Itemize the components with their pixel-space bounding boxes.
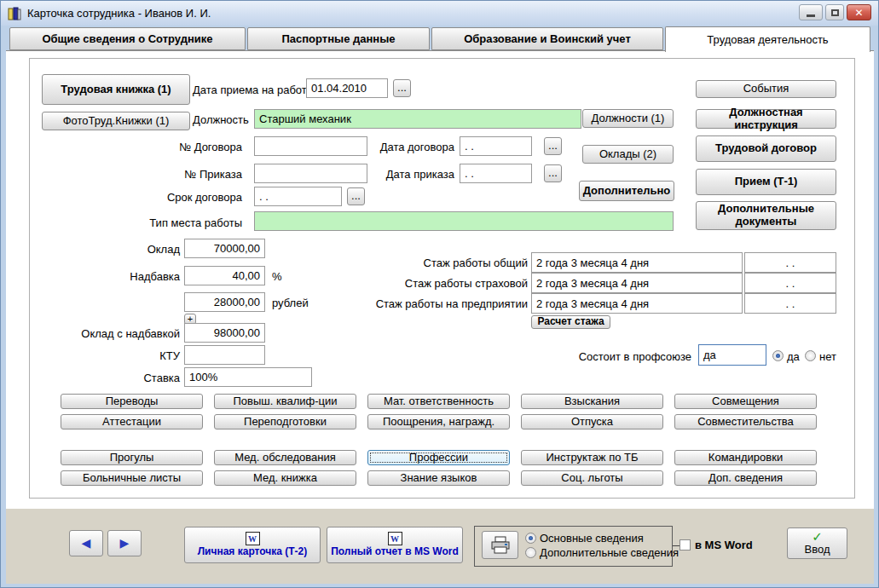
medical-examinations-button[interactable]: Мед. обследования bbox=[214, 450, 356, 465]
close-button[interactable]: ✕ bbox=[847, 4, 871, 20]
experience-company-field[interactable]: 2 года 3 месяца 4 дня bbox=[531, 293, 743, 314]
hire-date-field[interactable]: 01.04.2010 bbox=[306, 78, 388, 98]
to-ms-word-label: в MS Word bbox=[695, 539, 753, 551]
business-trips-button[interactable]: Командировки bbox=[674, 450, 817, 465]
rate-label: Ставка bbox=[52, 372, 180, 384]
retraining-button[interactable]: Переподготовки bbox=[214, 414, 356, 429]
maximize-button[interactable] bbox=[825, 4, 844, 20]
contract-date-browse-button[interactable]: ... bbox=[544, 137, 562, 155]
tab-labor-activity[interactable]: Трудовая деятельность bbox=[665, 26, 870, 52]
salary-label: Оклад bbox=[52, 243, 180, 256]
workplace-type-field[interactable] bbox=[254, 211, 674, 231]
union-yes-radio[interactable] bbox=[772, 350, 784, 361]
order-date-browse-button[interactable]: ... bbox=[544, 164, 562, 182]
salaries-list-button[interactable]: Оклады (2) bbox=[582, 145, 674, 164]
salary-with-bonus-field[interactable]: 98000,00 bbox=[184, 323, 265, 343]
check-icon: ✓ bbox=[812, 531, 823, 543]
word-doc-icon: W bbox=[388, 532, 402, 545]
ktu-label: КТУ bbox=[52, 349, 180, 362]
absences-button[interactable]: Прогулы bbox=[61, 450, 203, 465]
combined-posts-button[interactable]: Совмещения bbox=[674, 394, 817, 409]
tab-passport-data[interactable]: Паспортные данные bbox=[247, 27, 430, 50]
bonus-label: Надбавка bbox=[52, 270, 180, 283]
photo-work-book-button[interactable]: ФотоТруд.Книжки (1) bbox=[42, 112, 190, 130]
order-no-label: № Приказа bbox=[140, 168, 242, 181]
tab-education-military[interactable]: Образование и Воинский учет bbox=[431, 27, 663, 50]
experience-company-date-field[interactable]: . . bbox=[744, 293, 836, 314]
contract-date-field[interactable]: . . bbox=[460, 136, 532, 156]
secondary-jobs-button[interactable]: Совместительства bbox=[674, 414, 817, 429]
safety-briefing-button[interactable]: Инструктаж по ТБ bbox=[521, 450, 663, 465]
labor-activity-page: Трудовая книжка (1) ФотоТруд.Книжки (1) … bbox=[6, 50, 874, 509]
penalties-button[interactable]: Взыскания bbox=[521, 394, 663, 409]
minimize-icon bbox=[807, 14, 815, 17]
next-record-button[interactable]: ▶ bbox=[107, 530, 142, 556]
professions-button[interactable]: Профессии bbox=[367, 450, 510, 465]
position-field[interactable]: Старший механик bbox=[254, 109, 581, 129]
material-responsibility-button[interactable]: Мат. ответственность bbox=[367, 394, 510, 409]
experience-insured-date-field[interactable]: . . bbox=[744, 273, 836, 293]
printer-icon bbox=[490, 536, 511, 555]
contract-term-browse-button[interactable]: ... bbox=[347, 187, 365, 205]
salary-field[interactable]: 70000,00 bbox=[184, 239, 265, 258]
language-skills-button[interactable]: Знание языков bbox=[367, 470, 510, 486]
rate-field[interactable]: 100% bbox=[184, 367, 312, 387]
events-button[interactable]: События bbox=[696, 80, 836, 98]
experience-total-field[interactable]: 2 года 3 месяца 4 дня bbox=[531, 252, 743, 273]
experience-calc-button[interactable]: Расчет стажа bbox=[531, 315, 610, 329]
personal-card-t2-label: Личная карточка (Т-2) bbox=[198, 546, 308, 557]
awards-button[interactable]: Поощрения, награжд. bbox=[367, 414, 510, 429]
vacations-button[interactable]: Отпуска bbox=[521, 414, 663, 429]
union-no-radio[interactable] bbox=[805, 350, 816, 361]
print-button[interactable] bbox=[482, 531, 518, 559]
union-no-label: нет bbox=[819, 350, 836, 363]
main-info-radio[interactable] bbox=[525, 533, 536, 544]
tab-general-info[interactable]: Общие сведения о Сотруднике bbox=[9, 27, 246, 50]
full-report-word-label: Полный отчет в MS Word bbox=[331, 546, 459, 557]
transfers-button[interactable]: Переводы bbox=[61, 394, 203, 409]
union-yes-label: да bbox=[787, 350, 800, 363]
contract-date-label: Дата договора bbox=[369, 141, 454, 153]
job-description-button[interactable]: Должностная инструкция bbox=[696, 109, 836, 129]
workplace-type-label: Тип места работы bbox=[140, 216, 242, 229]
union-field[interactable]: да bbox=[698, 344, 766, 366]
positions-list-button[interactable]: Должности (1) bbox=[582, 109, 674, 128]
additional-documents-button[interactable]: Дополнительные документы bbox=[696, 201, 836, 230]
qualification-upgrade-button[interactable]: Повыш. квалиф-ции bbox=[214, 394, 356, 409]
bonus-rub-suffix: рублей bbox=[272, 297, 309, 309]
labor-contract-button[interactable]: Трудовой договор bbox=[696, 135, 836, 162]
personal-card-t2-button[interactable]: W Личная карточка (Т-2) bbox=[184, 527, 321, 563]
hire-date-label: Дата приема на работу bbox=[193, 84, 312, 96]
contract-term-field[interactable]: . . bbox=[254, 187, 342, 206]
to-ms-word-checkbox[interactable] bbox=[679, 539, 691, 551]
bonus-rub-field[interactable]: 28000,00 bbox=[184, 292, 265, 312]
arrow-left-icon: ◀ bbox=[82, 537, 91, 551]
work-book-button[interactable]: Трудовая книжка (1) bbox=[42, 74, 190, 105]
order-no-field[interactable] bbox=[254, 164, 367, 183]
experience-insured-label: Стаж работы страховой bbox=[374, 277, 528, 290]
hire-date-browse-button[interactable]: ... bbox=[393, 79, 411, 97]
medical-book-button[interactable]: Мед. книжка bbox=[214, 470, 356, 486]
bottom-bar: ◀ ▶ W Личная карточка (Т-2) W Полный отч… bbox=[6, 509, 874, 584]
additional-info-radio[interactable] bbox=[525, 547, 536, 558]
attestations-button[interactable]: Аттестации bbox=[61, 414, 203, 429]
hiring-t1-button[interactable]: Прием (Т-1) bbox=[696, 169, 836, 195]
window-title: Карточка сотрудника - Иванов И. И. bbox=[27, 7, 211, 20]
additional-info-button[interactable]: Доп. сведения bbox=[674, 470, 817, 486]
arrow-right-icon: ▶ bbox=[120, 537, 130, 551]
employee-card-window: Карточка сотрудника - Иванов И. И. ✕ Общ… bbox=[0, 0, 879, 588]
full-report-word-button[interactable]: W Полный отчет в MS Word bbox=[327, 527, 463, 563]
order-date-field[interactable]: . . bbox=[460, 164, 532, 183]
prev-record-button[interactable]: ◀ bbox=[69, 530, 103, 556]
minimize-button[interactable] bbox=[799, 4, 823, 20]
social-benefits-button[interactable]: Соц. льготы bbox=[521, 470, 663, 486]
ktu-field[interactable] bbox=[184, 345, 265, 365]
bonus-percent-field[interactable]: 40,00 bbox=[184, 266, 265, 285]
sick-leaves-button[interactable]: Больничные листы bbox=[61, 470, 203, 486]
enter-button[interactable]: ✓ Ввод bbox=[787, 527, 847, 559]
experience-total-date-field[interactable]: . . bbox=[744, 252, 836, 273]
contract-no-label: № Договора bbox=[140, 141, 242, 153]
additional-button[interactable]: Дополнительно bbox=[579, 181, 674, 201]
contract-no-field[interactable] bbox=[254, 136, 367, 156]
experience-insured-field[interactable]: 2 года 3 месяца 4 дня bbox=[531, 273, 743, 293]
